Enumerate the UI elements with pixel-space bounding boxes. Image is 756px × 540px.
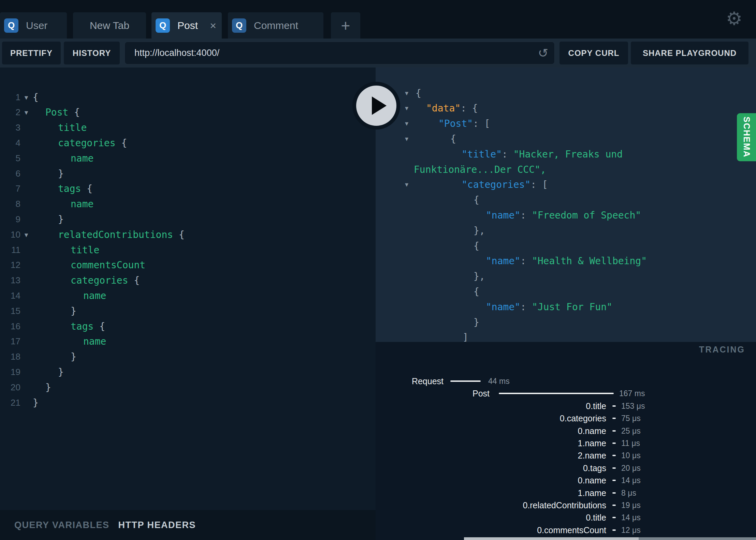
response-line: ▾{ (376, 131, 756, 147)
settings-gear-icon[interactable]: ⚙ (724, 8, 744, 29)
share-playground-button[interactable]: SHARE PLAYGROUND (631, 42, 748, 64)
line-number: 2 (0, 105, 20, 120)
query-badge-icon: Q (156, 18, 170, 33)
http-headers-tab[interactable]: HTTP HEADERS (118, 520, 196, 530)
editor-code: name (83, 334, 106, 349)
code-token: { (33, 92, 39, 103)
response-code: { (450, 131, 456, 147)
editor-line: 14name (0, 288, 376, 303)
response-line: { (376, 284, 756, 299)
tracing-dash (612, 517, 616, 518)
code-token: { (134, 275, 140, 286)
tab-new-tab[interactable]: New Tab (73, 12, 146, 39)
editor-line: 15} (0, 303, 376, 319)
fold-arrow-icon[interactable]: ▾ (402, 177, 412, 192)
tracing-dash (612, 492, 616, 494)
tracing-value: 153 μs (621, 400, 645, 412)
code-token: "name" (486, 301, 520, 313)
editor-code: Post { (45, 105, 80, 120)
tab-user[interactable]: QUser (0, 12, 67, 39)
endpoint-url-value: http://localhost:4000/ (134, 48, 219, 58)
graphql-playground-window: QUserNew TabQPost×QComment+ ⚙ PRETTIFY H… (0, 0, 756, 540)
tracing-label: Request (412, 375, 444, 387)
close-icon[interactable]: × (210, 20, 216, 31)
fold-arrow-icon[interactable]: ▾ (22, 227, 31, 242)
code-token: { (179, 229, 185, 240)
editor-line: 13categories { (0, 273, 376, 288)
response-code: Funktionäre...Der CCC", (414, 162, 546, 177)
code-token: : [ (473, 118, 490, 129)
response-line: { (376, 192, 756, 208)
reload-icon[interactable]: ↺ (538, 47, 548, 59)
tracing-dash (612, 505, 616, 506)
response-line: Funktionäre...Der CCC", (376, 162, 756, 177)
tracing-row: 1.name11 μs (376, 437, 756, 449)
tracing-dash (612, 442, 616, 444)
history-button[interactable]: HISTORY (64, 42, 120, 64)
fold-arrow-icon[interactable]: ▾ (402, 101, 412, 116)
editor-line: 18} (0, 349, 376, 364)
query-variables-tab[interactable]: QUERY VARIABLES (14, 520, 110, 530)
code-token: name (71, 198, 93, 210)
response-code: "Post": [ (438, 116, 490, 131)
tracing-value: 20 μs (621, 462, 641, 474)
fold-arrow-icon[interactable]: ▾ (22, 90, 31, 105)
tab-label: New Tab (90, 20, 129, 31)
tracing-label: 0.tags (583, 462, 606, 474)
tracing-dash (612, 418, 616, 419)
fold-arrow-icon[interactable]: ▾ (402, 116, 412, 131)
tracing-value: 44 ms (488, 375, 510, 387)
query-editor[interactable]: 1▾{2▾Post {3title4categories {5name6}7ta… (0, 68, 376, 510)
code-token: { (416, 88, 421, 99)
line-number: 5 (0, 151, 20, 166)
code-token: "categories" (462, 179, 530, 190)
code-token: : (520, 255, 532, 267)
tab-label: Comment (254, 20, 298, 31)
code-token: } (45, 382, 51, 393)
code-token: categories (71, 275, 134, 286)
tracing-value: 19 μs (621, 499, 641, 511)
tracing-label: 0.commentsCount (537, 524, 606, 536)
response-line: { (376, 238, 756, 254)
query-badge-icon: Q (232, 18, 246, 33)
editor-code: categories { (71, 273, 140, 288)
tracing-dash (612, 455, 616, 456)
endpoint-url-input[interactable]: http://localhost:4000/ ↺ (125, 42, 555, 64)
horizontal-scrollbar[interactable] (464, 537, 756, 540)
code-token: title (71, 244, 99, 256)
fold-arrow-icon[interactable]: ▾ (402, 86, 412, 101)
line-number: 16 (0, 319, 20, 334)
code-token: } (58, 214, 64, 225)
fold-arrow-icon[interactable]: ▾ (402, 131, 412, 147)
tracing-value: 25 μs (621, 425, 641, 437)
code-token: { (474, 194, 479, 206)
response-code: "name": "Freedom of Speech" (486, 208, 641, 223)
line-number: 20 (0, 380, 20, 395)
editor-line: 3title (0, 120, 376, 135)
response-line: ] (376, 330, 756, 342)
tracing-row: 0.relatedContributions19 μs (376, 499, 756, 511)
editor-line: 4categories { (0, 135, 376, 151)
tracing-bar (499, 393, 614, 394)
scrollbar-thumb[interactable] (464, 537, 639, 540)
tab-comment[interactable]: QComment (228, 12, 323, 39)
tab-post[interactable]: QPost× (151, 12, 222, 39)
response-line: "name": "Health & Wellbeing" (376, 253, 756, 269)
line-number: 3 (0, 120, 20, 135)
line-number: 11 (0, 242, 20, 258)
response-code: } (474, 315, 479, 330)
editor-line: 1▾{ (0, 90, 376, 105)
editor-code: } (71, 303, 76, 319)
prettify-button[interactable]: PRETTIFY (2, 42, 61, 64)
response-code: "categories": [ (462, 177, 548, 192)
fold-arrow-icon[interactable]: ▾ (22, 105, 31, 120)
tab-list: QUserNew TabQPost×QComment+ (0, 0, 756, 39)
execute-button[interactable] (352, 82, 400, 130)
play-icon (352, 82, 400, 130)
copy-curl-button[interactable]: COPY CURL (559, 42, 628, 64)
new-tab-button[interactable]: + (331, 12, 360, 39)
editor-footer: QUERY VARIABLES HTTP HEADERS (0, 510, 376, 540)
tracing-label: 0.categories (560, 412, 606, 424)
code-token: "name" (486, 255, 520, 267)
schema-tab[interactable]: SCHEMA (737, 113, 756, 161)
